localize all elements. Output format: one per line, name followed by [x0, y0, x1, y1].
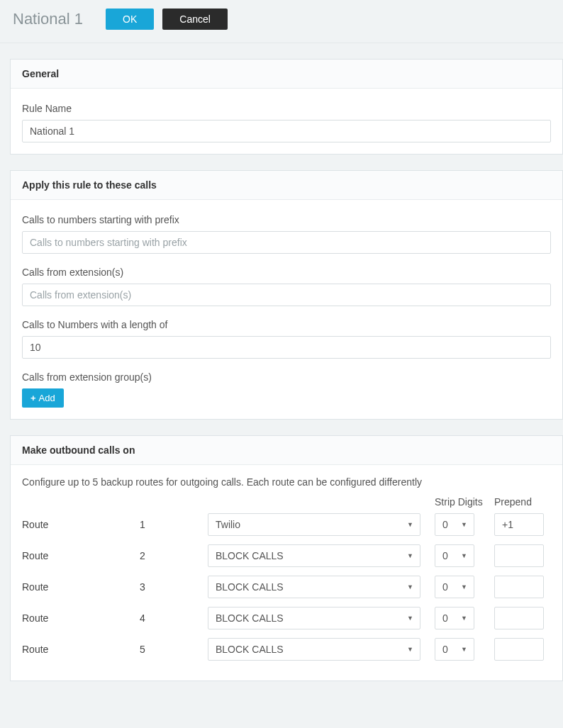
route-row: Route1Twilio▼0▼ — [22, 513, 551, 536]
prefix-label: Calls to numbers starting with prefix — [22, 214, 551, 225]
general-panel-title: General — [11, 60, 562, 89]
length-input[interactable] — [22, 336, 551, 359]
strip-digits-header: Strip Digits — [435, 496, 494, 508]
strip-digits-select[interactable]: 0 — [435, 576, 474, 598]
apply-rule-panel: Apply this rule to these calls Calls to … — [10, 170, 563, 420]
extension-groups-label: Calls from extension group(s) — [22, 371, 551, 383]
route-provider-select[interactable]: Twilio — [208, 513, 420, 536]
prepend-header: Prepend — [494, 496, 551, 508]
add-button-label: Add — [39, 393, 55, 403]
rule-name-label: Rule Name — [22, 103, 551, 114]
route-number: 1 — [140, 519, 208, 530]
strip-digits-select[interactable]: 0 — [435, 607, 474, 629]
prepend-input[interactable] — [494, 576, 544, 598]
apply-rule-panel-title: Apply this rule to these calls — [11, 171, 562, 200]
prefix-input[interactable] — [22, 231, 551, 254]
route-label: Route — [22, 519, 140, 530]
route-number: 2 — [140, 550, 208, 561]
cancel-button[interactable]: Cancel — [162, 9, 228, 30]
ok-button[interactable]: OK — [106, 9, 154, 30]
strip-digits-select[interactable]: 0 — [435, 544, 474, 567]
route-row: Route5BLOCK CALLS▼0▼ — [22, 638, 551, 661]
extensions-label: Calls from extension(s) — [22, 267, 551, 278]
general-panel: General Rule Name — [10, 59, 563, 155]
add-extension-group-button[interactable]: + Add — [22, 388, 64, 408]
routes-table: Strip Digits Prepend Route1Twilio▼0▼Rout… — [22, 496, 551, 661]
strip-digits-select[interactable]: 0 — [435, 513, 474, 536]
route-row: Route4BLOCK CALLS▼0▼ — [22, 607, 551, 629]
prepend-input[interactable] — [494, 544, 544, 567]
prepend-input[interactable] — [494, 513, 544, 536]
extensions-input[interactable] — [22, 284, 551, 306]
route-provider-select[interactable]: BLOCK CALLS — [208, 607, 420, 629]
route-provider-select[interactable]: BLOCK CALLS — [208, 544, 420, 567]
outbound-panel: Make outbound calls on Configure up to 5… — [10, 435, 563, 681]
prepend-input[interactable] — [494, 638, 544, 661]
prepend-input[interactable] — [494, 607, 544, 629]
route-label: Route — [22, 612, 140, 624]
plus-icon: + — [30, 393, 36, 403]
route-provider-select[interactable]: BLOCK CALLS — [208, 638, 420, 661]
route-number: 4 — [140, 612, 208, 624]
rule-name-input[interactable] — [22, 120, 551, 142]
route-number: 5 — [140, 644, 208, 655]
route-number: 3 — [140, 581, 208, 593]
route-label: Route — [22, 581, 140, 593]
route-label: Route — [22, 550, 140, 561]
outbound-panel-title: Make outbound calls on — [11, 436, 562, 465]
route-label: Route — [22, 644, 140, 655]
outbound-helper-text: Configure up to 5 backup routes for outg… — [22, 476, 551, 488]
length-label: Calls to Numbers with a length of — [22, 319, 551, 330]
route-row: Route2BLOCK CALLS▼0▼ — [22, 544, 551, 567]
page-title: National 1 — [13, 10, 83, 28]
strip-digits-select[interactable]: 0 — [435, 638, 474, 661]
route-row: Route3BLOCK CALLS▼0▼ — [22, 576, 551, 598]
page-header: National 1 OK Cancel — [0, 0, 563, 43]
route-provider-select[interactable]: BLOCK CALLS — [208, 576, 420, 598]
